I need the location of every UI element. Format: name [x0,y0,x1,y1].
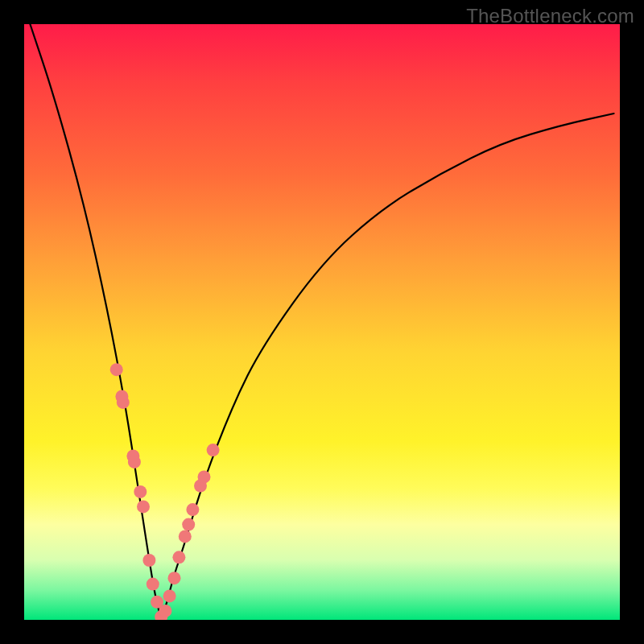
chart-frame: TheBottleneck.com [0,0,644,644]
sample-dot [128,456,141,469]
sample-dot [159,605,171,617]
sample-dot [172,551,185,564]
bottleneck-curve [30,24,613,615]
sample-dot [137,500,150,513]
sample-dot [147,578,159,591]
sample-dot [182,518,195,531]
sample-dot [198,470,211,483]
sample-dot [163,589,176,602]
sample-dot [186,503,199,516]
curve-svg [24,24,620,620]
plot-area [24,24,620,620]
sample-dots [110,363,220,620]
sample-dot [134,485,147,498]
sample-dot [207,444,220,456]
sample-dot [179,530,192,543]
sample-dot [110,363,123,376]
sample-dot [168,572,181,584]
sample-dot [142,554,155,567]
sample-dot [117,396,130,409]
